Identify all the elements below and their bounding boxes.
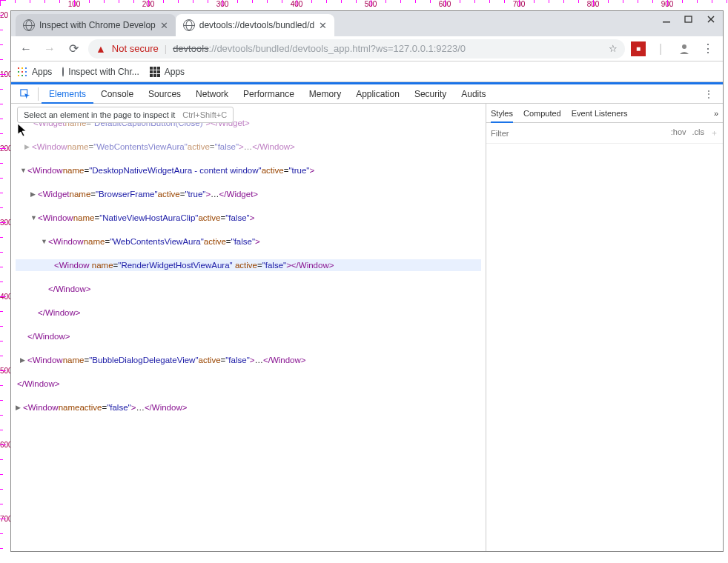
back-button[interactable]: ←	[17, 40, 35, 58]
bookmark-item[interactable]: Inspect with Chr...	[62, 67, 139, 77]
tab-memory[interactable]: Memory	[302, 84, 348, 104]
not-secure-label: Not secure	[112, 43, 159, 54]
bookmark-item[interactable]: Apps	[150, 67, 185, 77]
forward-button[interactable]: →	[41, 40, 59, 58]
inspect-tooltip: Select an element in the page to inspect…	[17, 107, 234, 123]
svg-rect-6	[150, 70, 153, 73]
reload-button[interactable]: ⟳	[64, 40, 82, 58]
devtools-menu-icon[interactable]: ⋮	[699, 89, 718, 99]
styles-filter-bar: :hov .cls ＋	[486, 123, 723, 144]
browser-tab[interactable]: Inspect with Chrome Develop ✕	[16, 14, 176, 36]
tab-styles[interactable]: Styles	[491, 104, 513, 123]
globe-icon	[63, 67, 64, 76]
svg-rect-3	[150, 67, 153, 70]
more-tabs-icon[interactable]: »	[714, 109, 718, 118]
bookmarks-bar: Apps Inspect with Chr... Apps	[11, 61, 723, 82]
filter-input[interactable]	[491, 129, 671, 138]
styles-panel: Styles Computed Event Listeners » :hov .…	[486, 104, 723, 551]
maximize-button[interactable]	[678, 13, 699, 26]
ruler-horizontal: 100 200 300 400 500 600 700 800 900	[0, 0, 728, 11]
tab-audits[interactable]: Audits	[454, 84, 493, 104]
grid-icon	[150, 67, 160, 77]
apps-icon	[17, 67, 27, 77]
svg-rect-11	[157, 74, 160, 77]
browser-window: Inspect with Chrome Develop ✕ devtools:/…	[10, 10, 724, 552]
tab-network[interactable]: Network	[188, 84, 236, 104]
tab-title: Inspect with Chrome Develop	[39, 20, 156, 30]
devtools-panel: Elements Console Sources Network Perform…	[11, 82, 723, 551]
tab-application[interactable]: Application	[348, 84, 407, 104]
svg-rect-10	[153, 74, 156, 77]
tab-performance[interactable]: Performance	[236, 84, 302, 104]
address-bar: ← → ⟳ ▲ Not secure | devtools://devtools…	[11, 36, 723, 61]
profile-icon[interactable]	[675, 40, 693, 58]
window-controls	[656, 13, 721, 26]
tab-console[interactable]: Console	[93, 84, 141, 104]
svg-rect-4	[153, 67, 156, 70]
omnibox[interactable]: ▲ Not secure | devtools://devtools/bundl…	[88, 39, 625, 59]
menu-icon[interactable]: ⋮	[699, 40, 717, 58]
dom-tree[interactable]: <Widget name="DefaultCaptionButton(Close…	[11, 104, 486, 439]
globe-icon	[183, 19, 195, 31]
svg-rect-0	[663, 21, 670, 23]
hov-toggle[interactable]: :hov	[671, 127, 686, 139]
devtools-tabs: Elements Console Sources Network Perform…	[11, 84, 723, 104]
tab-elements[interactable]: Elements	[42, 84, 93, 104]
svg-rect-7	[153, 70, 156, 73]
browser-tabs: Inspect with Chrome Develop ✕ devtools:/…	[16, 11, 334, 36]
cursor-icon	[17, 123, 29, 138]
svg-rect-8	[157, 70, 160, 73]
svg-point-2	[682, 44, 686, 49]
tab-computed[interactable]: Computed	[523, 109, 561, 118]
close-icon[interactable]: ✕	[160, 20, 168, 31]
styles-tabs: Styles Computed Event Listeners »	[486, 104, 723, 123]
browser-tab[interactable]: devtools://devtools/bundled/d ✕	[176, 14, 334, 36]
svg-rect-9	[150, 74, 153, 77]
inspect-element-icon[interactable]	[16, 89, 35, 99]
devtools-body: Select an element in the page to inspect…	[11, 104, 723, 551]
elements-tree-panel: Select an element in the page to inspect…	[11, 104, 486, 551]
close-icon[interactable]: ✕	[319, 20, 327, 31]
apps-button[interactable]: Apps	[17, 67, 52, 77]
tab-title: devtools://devtools/bundled/d	[199, 20, 314, 30]
close-button[interactable]	[701, 13, 721, 26]
add-style-icon[interactable]: ＋	[710, 127, 718, 139]
tab-security[interactable]: Security	[407, 84, 454, 104]
star-icon[interactable]: ☆	[609, 43, 618, 54]
cls-toggle[interactable]: .cls	[692, 127, 705, 139]
extension-icon[interactable]: ■	[631, 41, 646, 56]
globe-icon	[23, 19, 35, 31]
warning-icon: ▲	[96, 43, 106, 55]
tab-sources[interactable]: Sources	[141, 84, 188, 104]
url-text: devtools://devtools/bundled/devtools_app…	[173, 43, 466, 54]
svg-rect-5	[157, 67, 160, 70]
minimize-button[interactable]	[656, 13, 677, 26]
titlebar: Inspect with Chrome Develop ✕ devtools:/…	[11, 11, 723, 36]
tab-event-listeners[interactable]: Event Listeners	[572, 109, 628, 118]
svg-rect-1	[685, 16, 692, 22]
